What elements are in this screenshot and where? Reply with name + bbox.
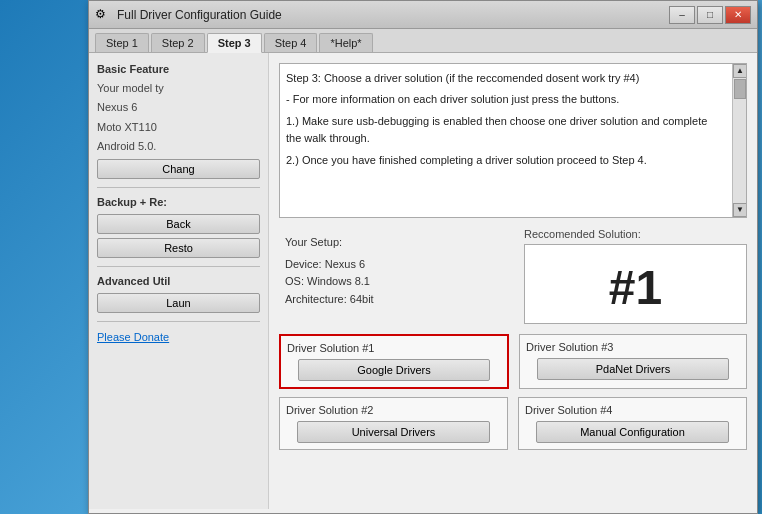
tab-step3[interactable]: Step 3: [207, 33, 262, 53]
maximize-button[interactable]: □: [697, 6, 723, 24]
tab-step2[interactable]: Step 2: [151, 33, 205, 52]
driver-solution-3-box: Driver Solution #3 PdaNet Drivers: [519, 334, 747, 389]
driver-solution-4-box: Driver Solution #4 Manual Configuration: [518, 397, 747, 450]
app-icon: ⚙: [95, 7, 111, 23]
pdanet-drivers-button[interactable]: PdaNet Drivers: [537, 358, 730, 380]
instructions-box: Step 3: Choose a driver solution (if the…: [279, 63, 747, 218]
title-bar-left: ⚙ Full Driver Configuration Guide: [95, 7, 282, 23]
title-bar-controls: – □ ✕: [669, 6, 751, 24]
scroll-down-arrow[interactable]: ▼: [733, 203, 747, 217]
change-button[interactable]: Chang: [97, 159, 260, 179]
tab-bar: Step 1 Step 2 Step 3 Step 4 *Help*: [89, 29, 757, 53]
recommended-label: Reccomended Solution:: [524, 228, 747, 240]
driver-solution-2-title: Driver Solution #2: [286, 404, 501, 416]
google-drivers-button[interactable]: Google Drivers: [298, 359, 491, 381]
setup-os: OS: Windows 8.1: [285, 273, 508, 291]
sidebar-divider3: [97, 321, 260, 322]
sidebar-divider2: [97, 266, 260, 267]
launch-button[interactable]: Laun: [97, 293, 260, 313]
setup-architecture: Architecture: 64bit: [285, 291, 508, 309]
scroll-thumb[interactable]: [734, 79, 746, 99]
driver-solution-1-box: Driver Solution #1 Google Drivers: [279, 334, 509, 389]
instructions-title: Step 3: Choose a driver solution (if the…: [286, 70, 724, 87]
donate-link[interactable]: Please Donate: [97, 331, 169, 343]
setup-box: Your Setup: Device: Nexus 6 OS: Windows …: [279, 228, 514, 324]
close-button[interactable]: ✕: [725, 6, 751, 24]
driver-solution-3-title: Driver Solution #3: [526, 341, 740, 353]
driver-solutions-row2: Driver Solution #2 Universal Drivers Dri…: [279, 397, 747, 450]
instructions-line1: - For more information on each driver so…: [286, 91, 724, 108]
basic-features-title: Basic Feature: [97, 63, 260, 75]
recommended-number: #1: [609, 264, 662, 312]
scrollbar[interactable]: ▲ ▼: [732, 64, 746, 217]
backup-section-title: Backup + Re:: [97, 196, 260, 208]
title-bar: ⚙ Full Driver Configuration Guide – □ ✕: [89, 1, 757, 29]
model-intro: Your model ty: [97, 81, 260, 96]
advanced-section-title: Advanced Util: [97, 275, 260, 287]
driver-solution-4-title: Driver Solution #4: [525, 404, 740, 416]
setup-label: Your Setup:: [285, 234, 508, 252]
universal-drivers-button[interactable]: Universal Drivers: [297, 421, 491, 443]
recommended-area: Reccomended Solution: #1: [524, 228, 747, 324]
model-android: Android 5.0.: [97, 139, 260, 154]
tab-step4[interactable]: Step 4: [264, 33, 318, 52]
tab-step1[interactable]: Step 1: [95, 33, 149, 52]
restore-button[interactable]: Resto: [97, 238, 260, 258]
instructions-line2: 1.) Make sure usb-debugging is enabled t…: [286, 113, 724, 146]
minimize-button[interactable]: –: [669, 6, 695, 24]
driver-solutions-row1: Driver Solution #1 Google Drivers Driver…: [279, 334, 747, 389]
manual-configuration-button[interactable]: Manual Configuration: [536, 421, 730, 443]
setup-device: Device: Nexus 6: [285, 256, 508, 274]
backup-button[interactable]: Back: [97, 214, 260, 234]
scroll-up-arrow[interactable]: ▲: [733, 64, 747, 78]
setup-row: Your Setup: Device: Nexus 6 OS: Windows …: [279, 228, 747, 324]
sidebar-divider1: [97, 187, 260, 188]
sidebar: Basic Feature Your model ty Nexus 6 Moto…: [89, 53, 269, 509]
tab-help[interactable]: *Help*: [319, 33, 372, 52]
window-title: Full Driver Configuration Guide: [117, 8, 282, 22]
main-panel: Step 3: Choose a driver solution (if the…: [269, 53, 757, 509]
instructions-line3: 2.) Once you have finished completing a …: [286, 152, 724, 169]
driver-solution-2-box: Driver Solution #2 Universal Drivers: [279, 397, 508, 450]
desktop: ⚙ Full Driver Configuration Guide – □ ✕ …: [0, 0, 762, 514]
driver-solution-1-title: Driver Solution #1: [287, 342, 501, 354]
model-nexus: Nexus 6: [97, 100, 260, 115]
content-area: Basic Feature Your model ty Nexus 6 Moto…: [89, 53, 757, 509]
model-moto: Moto XT110: [97, 120, 260, 135]
main-window: ⚙ Full Driver Configuration Guide – □ ✕ …: [88, 0, 758, 514]
